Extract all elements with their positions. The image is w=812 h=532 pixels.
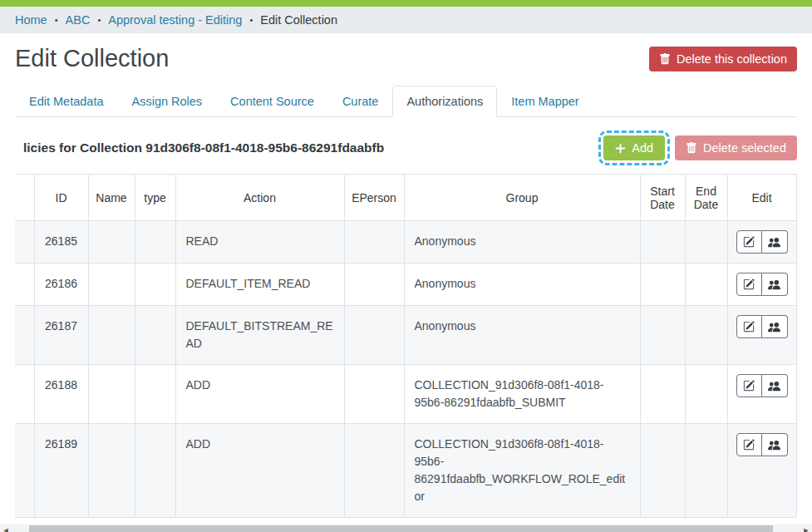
cell-select <box>15 264 34 306</box>
breadcrumb: Home • ABC • Approval testing - Editing … <box>0 7 812 33</box>
cell-id: 26189 <box>34 424 88 518</box>
cell-eperson <box>344 365 404 424</box>
cell-select <box>15 424 34 518</box>
edit-group-button[interactable] <box>762 230 788 254</box>
delete-selected-label: Delete selected <box>703 141 786 155</box>
cell-end-date <box>685 424 727 518</box>
cell-eperson <box>344 424 404 518</box>
cell-group: COLLECTION_91d306f8-08f1-4018-95b6-86291… <box>404 365 640 424</box>
page-title: Edit Collection <box>15 45 169 72</box>
column-type: type <box>135 175 175 221</box>
cell-action: DEFAULT_BITSTREAM_READ <box>175 306 344 365</box>
table-row: 26186 DEFAULT_ITEM_READ Anonymous <box>15 264 796 306</box>
cell-id: 26188 <box>34 365 88 424</box>
tab-item-mapper[interactable]: Item Mapper <box>497 86 593 117</box>
cell-action: DEFAULT_ITEM_READ <box>175 264 344 306</box>
cell-type <box>135 264 175 306</box>
edit-group-button[interactable] <box>762 273 788 296</box>
edit-policy-button[interactable] <box>736 433 762 456</box>
cell-start-date <box>640 424 685 518</box>
column-select <box>15 175 34 221</box>
pencil-square-icon <box>743 439 755 451</box>
breadcrumb-separator: • <box>97 15 101 25</box>
horizontal-scrollbar[interactable]: ◄ ► <box>0 525 812 532</box>
tab-edit-metadata[interactable]: Edit Metadata <box>15 86 117 117</box>
edit-policy-button[interactable] <box>736 273 762 296</box>
cell-type <box>135 306 175 365</box>
cell-group: Anonymous <box>404 221 640 264</box>
tab-authorizations[interactable]: Authorizations <box>392 86 497 117</box>
edit-group-button[interactable] <box>762 315 788 338</box>
column-edit: Edit <box>727 175 796 221</box>
cell-eperson <box>344 306 404 365</box>
cell-end-date <box>685 306 727 365</box>
cell-edit <box>727 365 796 424</box>
cell-type <box>135 424 175 518</box>
breadcrumb-link-home[interactable]: Home <box>15 13 47 27</box>
cell-group: Anonymous <box>404 264 640 306</box>
pencil-square-icon <box>743 380 755 392</box>
edit-policy-button[interactable] <box>736 230 762 254</box>
breadcrumb-link-community[interactable]: Approval testing - Editing <box>108 13 242 27</box>
column-action: Action <box>175 175 344 221</box>
policies-heading: licies for Collection 91d306f8-08f1-4018… <box>15 140 384 155</box>
cell-action: READ <box>175 221 344 264</box>
pencil-square-icon <box>743 278 755 290</box>
add-policy-button[interactable]: Add <box>603 135 665 160</box>
cell-end-date <box>685 264 727 306</box>
cell-start-date <box>640 264 685 306</box>
delete-collection-label: Delete this collection <box>677 52 787 66</box>
cell-eperson <box>344 221 404 264</box>
plus-icon <box>615 143 626 154</box>
scroll-right-arrow-icon[interactable]: ► <box>800 525 812 532</box>
delete-collection-button[interactable]: Delete this collection <box>649 47 797 71</box>
cell-select <box>15 306 34 365</box>
cell-action: ADD <box>175 424 344 518</box>
column-eperson: EPerson <box>344 175 404 221</box>
cell-name <box>88 424 135 518</box>
table-row: 26188 ADD COLLECTION_91d306f8-08f1-4018-… <box>15 365 796 424</box>
tab-bar: Edit Metadata Assign Roles Content Sourc… <box>15 86 797 117</box>
tab-curate[interactable]: Curate <box>328 86 393 117</box>
cell-id: 26185 <box>34 221 88 264</box>
cell-select <box>15 365 34 424</box>
add-policy-label: Add <box>632 141 653 155</box>
cell-start-date <box>640 365 685 424</box>
cell-action: ADD <box>175 365 344 424</box>
edit-policy-button[interactable] <box>736 374 762 397</box>
breadcrumb-separator: • <box>249 15 253 25</box>
column-id: ID <box>34 175 88 221</box>
cell-start-date <box>640 306 685 365</box>
edit-policy-button[interactable] <box>736 315 762 338</box>
edit-group-button[interactable] <box>762 374 788 397</box>
scroll-left-arrow-icon[interactable]: ◄ <box>0 525 12 532</box>
breadcrumb-link-abc[interactable]: ABC <box>66 13 91 27</box>
tab-content-source[interactable]: Content Source <box>216 86 328 117</box>
people-icon <box>768 321 780 333</box>
cell-name <box>88 264 135 306</box>
cell-end-date <box>685 365 727 424</box>
people-icon <box>768 236 780 249</box>
table-row: 26189 ADD COLLECTION_91d306f8-08f1-4018-… <box>15 424 796 518</box>
cell-edit <box>727 221 796 264</box>
edit-group-button[interactable] <box>762 433 788 456</box>
people-icon <box>768 380 780 392</box>
table-header-row: ID Name type Action EPerson Group Start … <box>15 175 796 221</box>
top-accent-bar <box>0 0 812 7</box>
cell-name <box>88 221 135 264</box>
scrollbar-thumb[interactable] <box>29 525 773 532</box>
cell-type <box>135 221 175 264</box>
pencil-square-icon <box>743 321 755 332</box>
delete-selected-button[interactable]: Delete selected <box>675 135 797 160</box>
cell-eperson <box>344 264 404 306</box>
column-name: Name <box>88 175 135 221</box>
table-row: 26185 READ Anonymous <box>15 221 796 264</box>
trash-icon <box>659 53 671 65</box>
policies-table: ID Name type Action EPerson Group Start … <box>15 174 797 518</box>
cell-name <box>88 365 135 424</box>
tab-assign-roles[interactable]: Assign Roles <box>117 86 216 117</box>
cell-start-date <box>640 221 685 264</box>
cell-group: COLLECTION_91d306f8-08f1-4018-95b6-86291… <box>404 424 640 518</box>
cell-id: 26186 <box>34 264 88 306</box>
cell-edit <box>727 306 796 365</box>
